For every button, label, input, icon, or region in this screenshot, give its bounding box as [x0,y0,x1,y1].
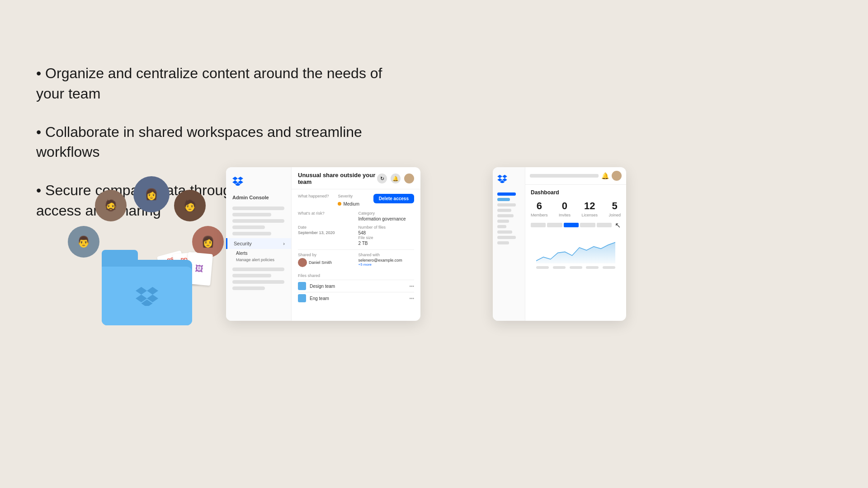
admin-sidebar: Admin Console Security › Alerts Manage a… [226,167,292,321]
bullet-item-1: • Organize and centralize content around… [36,63,407,104]
area-chart-svg [536,232,615,263]
sidebar-bar-gray-3 [497,214,514,217]
dash-body: Dashboard 6 Members 0 Invites 12 License… [525,185,626,321]
sidebar-manage-item[interactable]: Manage alert policies [226,257,291,263]
sidebar-alerts-item[interactable]: Alerts [226,249,291,257]
shared-by-avatar [298,258,307,267]
joined-value: 5 [609,200,621,212]
sidebar-ph-7 [232,274,271,277]
bar-seg-4 [580,223,595,227]
shared-with-email: selenero@example.com [359,258,415,263]
shared-by-name: Daniel Smith [309,260,332,265]
joined-stat: 5 Joined [609,200,621,217]
shared-by-user: Daniel Smith [298,258,354,267]
members-stat: 6 Members [531,200,548,217]
avatar-4: 👨 [68,226,99,258]
user-avatar-icon[interactable] [404,174,414,183]
admin-console-title: Admin Console [226,193,291,204]
what-happened-section: What happened? [298,194,333,207]
refresh-icon[interactable]: ↻ [377,174,387,183]
chart-area [531,232,621,268]
illustration-area: 🧔 👩 🧑 👨 👩 PS PDF 🖼 [36,172,226,334]
joined-label: Joined [609,213,621,217]
sidebar-bar-blue-full [497,192,516,196]
dash-user-avatar[interactable] [612,171,622,181]
chart-label-2 [553,266,566,269]
admin-header: Unusual share outside your team ↻ 🔔 [292,167,420,189]
files-shared-section: Files shared Design team ••• Eng team ••… [292,273,420,304]
sidebar-bar-gray-2 [497,209,511,212]
shared-by-label: Shared by [298,253,354,257]
alert-divider [298,249,414,250]
dash-header: 🔔 [525,167,626,185]
chart-labels [536,265,615,270]
alert-row-2: What's at risk? Category Information gov… [298,211,414,221]
avatar-1: 🧔 [95,190,127,221]
num-files-label: Number of files [359,225,386,230]
delete-access-button[interactable]: Delete access [373,194,414,203]
dashboard-title: Dashboard [531,189,621,196]
files-info-label: Number of files [359,225,415,230]
bar-seg-5 [597,223,612,227]
severity-dot [338,202,341,206]
sidebar-security-item[interactable]: Security › [226,238,291,249]
cursor-area: ↖ [613,223,621,227]
date-value: September 13, 2020 [298,230,354,235]
shared-with-label: Shared with [359,253,415,257]
sidebar-bar-gray-8 [497,241,509,244]
stats-row: 6 Members 0 Invites 12 Licenses 5 Joined [531,200,621,217]
security-label: Security [234,241,252,246]
sidebar-ph-8 [232,280,284,284]
sidebar-ph-3 [232,219,284,223]
avatar-2: 👩 [133,176,170,212]
dash-sidebar [493,167,525,321]
shared-by-section: Shared by Daniel Smith [298,253,354,267]
shared-with-section: Shared with selenero@example.com +5 more [359,253,415,267]
sidebar-ph-5 [232,232,271,235]
alert-title: Unusual share outside your team [298,172,377,185]
dash-bell-icon[interactable]: 🔔 [601,172,609,179]
dash-sidebar-bars [493,190,525,249]
more-link[interactable]: +5 more [359,263,415,267]
sidebar-ph-4 [232,225,265,229]
alert-detail-area: Delete access What happened? Severity Me… [292,189,420,273]
invites-value: 0 [559,200,571,212]
chart-label-1 [536,266,549,269]
sidebar-ph-6 [232,267,284,271]
sidebar-bar-gray-1 [497,203,516,206]
admin-header-icons: ↻ 🔔 [377,174,414,183]
sidebar-bar-blue-short [497,198,510,201]
members-label: Members [531,213,548,217]
members-value: 6 [531,200,548,212]
sidebar-bar-gray-5 [497,225,506,228]
bell-icon[interactable]: 🔔 [391,174,401,183]
admin-console-card: Admin Console Security › Alerts Manage a… [226,167,420,321]
licenses-stat: 12 Licenses [581,200,598,217]
file-name-2: Eng team [310,296,406,301]
licenses-label: Licenses [581,213,598,217]
whats-at-risk-section: What's at risk? [298,211,354,221]
category-value: Information governance [359,216,415,221]
severity-value: Medium [343,202,359,206]
file-row-2[interactable]: Eng team ••• [298,292,414,304]
sidebar-ph-1 [232,206,284,210]
file-icon-1 [298,282,306,290]
folder-front [102,267,192,325]
file-dots-1: ••• [409,284,414,289]
bar-seg-2 [547,223,562,227]
file-size-label: File size [359,235,415,240]
severity-label: Severity [338,194,373,198]
what-happened-label: What happened? [298,194,333,198]
chart-label-5 [603,266,615,269]
shared-info-row: Shared by Daniel Smith Shared with selen… [298,253,414,267]
admin-main-content: Unusual share outside your team ↻ 🔔 Dele… [292,167,420,321]
dash-main-content: 🔔 Dashboard 6 Members 0 Invites 12 Licen… [525,167,626,321]
invites-label: Invites [559,213,571,217]
bullet-item-2: • Collaborate in shared workspaces and s… [36,122,407,163]
cursor-icon: ↖ [615,221,621,230]
file-row-1[interactable]: Design team ••• [298,280,414,292]
avatar-3: 🧑 [174,190,206,221]
sidebar-ph-9 [232,286,265,290]
bar-row: ↖ [531,223,621,227]
sidebar-bar-gray-7 [497,236,516,239]
